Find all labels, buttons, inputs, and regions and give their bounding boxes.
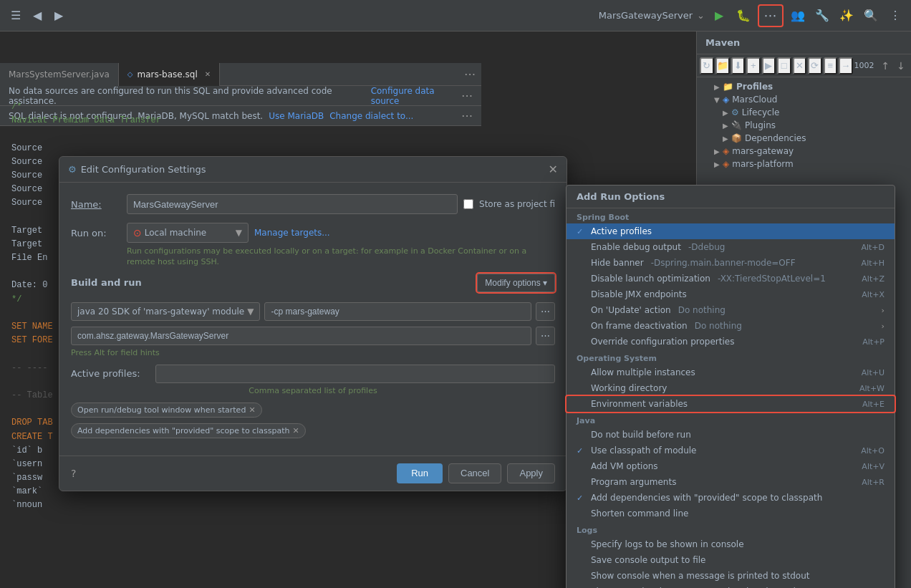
tree-marscloud[interactable]: ▼ ◈ MarsCloud — [697, 93, 911, 106]
tree-profiles[interactable]: ▶ 📁 Profiles — [697, 80, 911, 93]
option-classpath-label: Use classpath of module — [591, 445, 696, 456]
profiles-arrow: ▶ — [714, 83, 723, 91]
extra-button[interactable]: ⋮ — [885, 6, 905, 26]
users-button[interactable]: 👥 — [788, 6, 808, 26]
counter-up-arrow: ↑ — [879, 60, 893, 72]
sdk-dropdown-arrow: ▼ — [247, 307, 254, 317]
manage-targets-link[interactable]: Manage targets... — [254, 228, 330, 238]
option-update-action[interactable]: On 'Update' action Do nothing › — [567, 302, 895, 318]
cancel-btn-label: Cancel — [461, 468, 489, 478]
option-specify-logs[interactable]: Specify logs to be shown in console — [567, 536, 895, 552]
option-left: Enable debug output -Ddebug — [577, 242, 725, 252]
settings-button[interactable]: 🔧 — [812, 6, 832, 26]
option-working-dir[interactable]: Working directory Alt+W — [567, 380, 895, 396]
option-add-vm[interactable]: Add VM options Alt+V — [567, 458, 895, 474]
apply-btn-label: Apply — [519, 468, 543, 478]
option-left: Hide banner -Dspring.main.banner-mode=OF… — [577, 258, 796, 268]
option-left: Override configuration properties — [577, 337, 734, 347]
maven-sync-btn[interactable]: ⟳ — [808, 57, 822, 74]
dialog-close-button[interactable]: ✕ — [549, 163, 558, 176]
main-class-input[interactable] — [71, 327, 531, 345]
option-program-args[interactable]: Program arguments Alt+R — [567, 474, 895, 490]
shortcut-launch: Alt+Z — [862, 274, 885, 284]
dependencies-label: Dependencies — [745, 133, 806, 143]
help-icon[interactable]: ? — [71, 468, 76, 479]
maven-download-btn[interactable]: ⬇ — [731, 57, 746, 74]
run-button-dialog[interactable]: Run — [397, 463, 443, 483]
menu-button[interactable]: ☰ — [6, 6, 26, 26]
option-args-label: Program arguments — [591, 477, 676, 487]
option-left: Environment variables — [577, 399, 688, 409]
tree-marsplatform[interactable]: ▶ ◈ mars-platform — [697, 158, 911, 170]
name-input[interactable] — [127, 194, 458, 214]
option-add-deps-provided[interactable]: ✓ Add dependencies with "provided" scope… — [567, 490, 895, 506]
option-shorten-label: Shorten command line — [591, 509, 688, 519]
active-profiles-input[interactable] — [155, 365, 555, 383]
shortcut-vm: Alt+V — [862, 462, 885, 471]
option-env-vars[interactable]: Environment variables Alt+E — [567, 396, 895, 412]
maven-arrow-btn[interactable]: → — [839, 57, 853, 74]
cp-input[interactable] — [264, 302, 531, 321]
option-allow-multiple[interactable]: Allow multiple instances Alt+U — [567, 365, 895, 380]
tag2-close[interactable]: ✕ — [292, 426, 299, 435]
option-no-build[interactable]: Do not build before run — [567, 427, 895, 443]
config-dropdown-icon: ⌄ — [697, 10, 705, 21]
shortcut-classpath: Alt+O — [861, 446, 885, 456]
tab-mars-system[interactable]: MarsSystemServer.java — [0, 63, 119, 86]
modify-options-button[interactable]: Modify options ▾ — [477, 274, 555, 292]
tree-lifecycle[interactable]: ▶ ⚙ Lifecycle — [697, 106, 911, 119]
maven-refresh-btn[interactable]: ↻ — [700, 57, 714, 74]
ai-button[interactable]: ✨ — [837, 6, 857, 26]
run-button[interactable]: ▶ — [709, 6, 729, 26]
tag2-text: Add dependencies with "provided" scope t… — [77, 426, 289, 435]
sdk-select[interactable]: java 20 SDK of 'mars-gateway' module ▼ — [71, 302, 260, 321]
option-override-label: Override configuration properties — [591, 337, 734, 347]
back-button[interactable]: ◀ — [27, 6, 47, 26]
cancel-button-dialog[interactable]: Cancel — [448, 463, 501, 483]
option-show-stderr[interactable]: Show console when a message is printed t… — [567, 584, 895, 588]
maven-run-btn[interactable]: ▶ — [762, 57, 776, 74]
tree-dependencies[interactable]: ▶ 📦 Dependencies — [697, 132, 911, 145]
section-os: Operating System — [567, 350, 895, 365]
option-use-classpath[interactable]: ✓ Use classpath of module Alt+O — [567, 443, 895, 458]
active-profiles-row: Active profiles: — [71, 365, 555, 383]
tab-more-button[interactable]: ⋯ — [458, 67, 481, 81]
forward-button[interactable]: ▶ — [49, 6, 69, 26]
option-override-config[interactable]: Override configuration properties Alt+P — [567, 334, 895, 350]
maven-folder-btn[interactable]: 📁 — [715, 57, 730, 74]
tags-row-2: Add dependencies with "provided" scope t… — [71, 423, 555, 438]
cp-more-btn[interactable]: ⋯ — [536, 302, 555, 321]
tree-marsgateway[interactable]: ▶ ◈ mars-gateway — [697, 145, 911, 158]
tag-open-window: Open run/debug tool window when started … — [71, 403, 262, 418]
option-left: Specify logs to be shown in console — [577, 539, 744, 549]
sdk-row: java 20 SDK of 'mars-gateway' module ▼ ⋯ — [71, 302, 555, 321]
option-shorten-cmd[interactable]: Shorten command line — [567, 506, 895, 521]
run-btn-label: Run — [411, 468, 428, 478]
maven-add-btn[interactable]: + — [746, 57, 761, 74]
store-checkbox[interactable] — [463, 199, 473, 209]
run-on-select[interactable]: ⊙ Local machine ▼ — [127, 223, 249, 243]
tree-plugins[interactable]: ▶ 🔌 Plugins — [697, 119, 911, 132]
main-class-more-btn[interactable]: ⋯ — [536, 327, 555, 345]
check-deps-provided: ✓ — [577, 493, 587, 503]
more-options-highlighted[interactable]: ⋯ — [758, 4, 784, 27]
option-hide-banner[interactable]: Hide banner -Dspring.main.banner-mode=OF… — [567, 255, 895, 271]
debug-button[interactable]: 🐛 — [733, 6, 753, 26]
tab-close-1[interactable]: ✕ — [205, 70, 211, 78]
option-debug-output[interactable]: Enable debug output -Ddebug Alt+D — [567, 239, 895, 255]
option-disable-jmx[interactable]: Disable JMX endpoints Alt+X — [567, 286, 895, 302]
option-disable-launch[interactable]: Disable launch optimization -XX:TieredSt… — [567, 271, 895, 286]
maven-list-btn[interactable]: ≡ — [824, 57, 838, 74]
option-active-profiles[interactable]: ✓ Active profiles — [567, 223, 895, 239]
dependencies-icon: 📦 — [731, 133, 742, 143]
tag1-close[interactable]: ✕ — [249, 405, 255, 415]
tab-mars-base[interactable]: ◇ mars-base.sql ✕ — [119, 63, 220, 86]
maven-skip-btn[interactable]: ✕ — [793, 57, 807, 74]
option-frame-deactivation[interactable]: On frame deactivation Do nothing › — [567, 318, 895, 334]
apply-button-dialog[interactable]: Apply — [507, 463, 555, 483]
maven-stop-btn[interactable]: □ — [777, 57, 791, 74]
option-show-stdout[interactable]: Show console when a message is printed t… — [567, 568, 895, 584]
search-button[interactable]: 🔍 — [861, 6, 881, 26]
option-save-console[interactable]: Save console output to file — [567, 552, 895, 568]
shortcut-multiple: Alt+U — [862, 368, 885, 377]
